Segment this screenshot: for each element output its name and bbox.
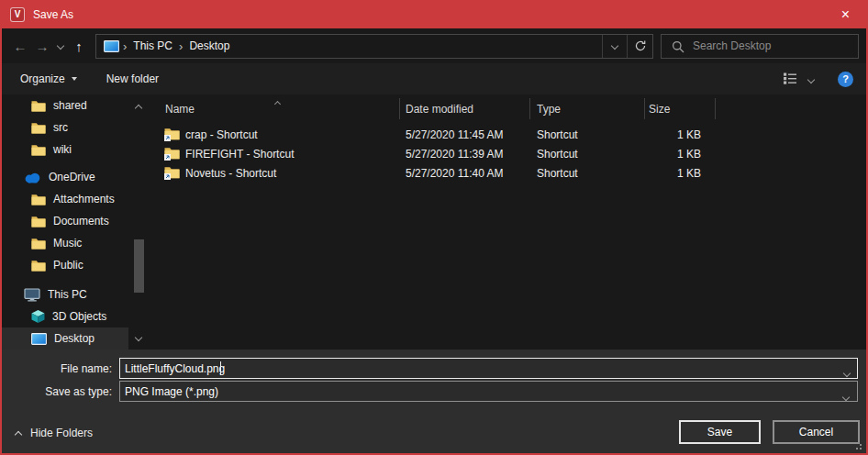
breadcrumb-this-pc[interactable]: This PC xyxy=(128,39,177,52)
sidebar-item-attachments[interactable]: Attachments xyxy=(2,188,128,210)
sidebar-item-label: Documents xyxy=(53,215,109,228)
sidebar-item-onedrive[interactable]: OneDrive xyxy=(2,166,128,188)
sidebar-item-desktop[interactable]: Desktop xyxy=(2,327,128,350)
folder-icon xyxy=(31,260,46,272)
organize-button[interactable]: Organize xyxy=(20,72,77,85)
file-name: FIREFIGHT - Shortcut xyxy=(185,148,294,161)
file-list: Name Date modified Type Size cr xyxy=(147,94,866,350)
vivaldi-logo-icon: V xyxy=(10,7,25,22)
file-name: Novetus - Shortcut xyxy=(185,167,276,180)
navigation-bar: ← → ↑ › This PC › Desktop xyxy=(2,28,866,63)
sidebar-item-wiki[interactable]: wiki xyxy=(2,139,128,161)
navigation-sidebar: shared src wiki OneDrive Attachments xyxy=(2,94,147,350)
folder-icon xyxy=(31,194,46,205)
save-as-type-value: PNG Image (*.png) xyxy=(125,385,218,398)
up-one-level-icon[interactable]: ↑ xyxy=(68,39,90,54)
sort-ascending-icon xyxy=(275,96,280,109)
sidebar-item-label: Attachments xyxy=(53,193,115,205)
sidebar-item-this-pc[interactable]: This PC xyxy=(2,283,128,305)
column-divider[interactable] xyxy=(399,98,400,119)
address-dropdown-chevron-icon[interactable] xyxy=(602,35,627,58)
column-header-row: Name Date modified Type Size xyxy=(147,94,866,122)
filename-dropdown-chevron-icon[interactable] xyxy=(844,366,850,379)
file-name-label: File name: xyxy=(2,362,119,375)
close-icon[interactable]: × xyxy=(825,0,866,28)
content-area: shared src wiki OneDrive Attachments xyxy=(2,94,866,350)
shortcut-arrow-overlay-icon xyxy=(164,150,171,163)
file-date-modified: 5/27/2020 11:45 AM xyxy=(406,128,504,141)
sidebar-item-label: Music xyxy=(53,237,82,250)
file-type: Shortcut xyxy=(537,167,578,180)
file-name-input[interactable] xyxy=(119,358,858,379)
scrollbar-up-icon[interactable] xyxy=(136,101,141,114)
text-caret xyxy=(220,361,221,375)
hide-folders-button[interactable]: Hide Folders xyxy=(16,427,93,439)
refresh-icon[interactable] xyxy=(627,35,652,58)
shortcut-arrow-overlay-icon xyxy=(164,170,171,183)
scrollbar-thumb[interactable] xyxy=(134,239,144,293)
3d-objects-cube-icon xyxy=(31,309,45,324)
sidebar-item-label: OneDrive xyxy=(49,171,95,183)
file-row[interactable]: FIREFIGHT - Shortcut 5/27/2020 11:39 AM … xyxy=(147,144,866,163)
forward-icon[interactable]: → xyxy=(31,39,53,54)
view-details-icon[interactable] xyxy=(783,72,797,87)
column-header-size[interactable]: Size xyxy=(649,103,670,116)
recent-locations-chevron-icon[interactable] xyxy=(53,43,68,49)
folder-icon xyxy=(31,144,46,156)
search-box xyxy=(661,34,859,59)
view-dropdown-chevron-icon[interactable] xyxy=(808,72,814,85)
file-row[interactable]: Novetus - Shortcut 5/27/2020 11:40 AM Sh… xyxy=(147,163,866,183)
file-date-modified: 5/27/2020 11:39 AM xyxy=(406,148,504,161)
dialog-footer: Hide Folders Save Cancel xyxy=(2,412,866,453)
help-icon[interactable]: ? xyxy=(838,72,853,87)
folder-icon xyxy=(31,122,46,134)
save-as-type-label: Save as type: xyxy=(2,385,119,398)
file-row[interactable]: crap - Shortcut 5/27/2020 11:45 AM Short… xyxy=(147,125,866,144)
onedrive-cloud-icon xyxy=(24,172,41,183)
sidebar-item-documents[interactable]: Documents xyxy=(2,210,128,232)
address-bar[interactable]: › This PC › Desktop xyxy=(95,34,653,59)
column-divider[interactable] xyxy=(644,98,645,119)
file-size: 1 KB xyxy=(635,148,701,161)
column-divider[interactable] xyxy=(715,98,716,119)
title-bar: V Save As × xyxy=(2,0,866,28)
save-as-type-select[interactable]: PNG Image (*.png) xyxy=(119,381,858,402)
sidebar-item-src[interactable]: src xyxy=(2,117,128,139)
scrollbar-down-icon[interactable] xyxy=(136,330,141,343)
save-button[interactable]: Save xyxy=(679,420,761,444)
sidebar-item-label: shared xyxy=(53,99,87,112)
sidebar-item-shared[interactable]: shared xyxy=(2,94,128,117)
search-icon xyxy=(672,40,684,56)
sidebar-item-label: wiki xyxy=(53,143,72,156)
search-input[interactable] xyxy=(662,35,858,58)
column-divider[interactable] xyxy=(529,98,530,119)
sidebar-item-label: src xyxy=(53,121,68,134)
column-header-type[interactable]: Type xyxy=(537,103,561,116)
file-size: 1 KB xyxy=(635,128,701,141)
sidebar-item-3d-objects[interactable]: 3D Objects xyxy=(2,305,128,327)
save-as-dialog: V Save As × ← → ↑ › This PC › Desktop xyxy=(0,0,868,455)
shortcut-folder-icon xyxy=(164,130,180,143)
back-icon[interactable]: ← xyxy=(9,39,31,54)
desktop-icon xyxy=(31,333,47,345)
organize-dropdown-triangle-icon xyxy=(72,77,77,81)
folder-icon xyxy=(31,100,46,112)
column-header-name[interactable]: Name xyxy=(165,103,195,116)
resize-grip[interactable] xyxy=(860,448,862,449)
shortcut-folder-icon xyxy=(164,169,180,182)
breadcrumb-desktop[interactable]: Desktop xyxy=(184,39,234,52)
column-header-date-modified[interactable]: Date modified xyxy=(406,103,473,116)
shortcut-folder-icon xyxy=(164,150,180,162)
cancel-button[interactable]: Cancel xyxy=(773,420,860,444)
sidebar-item-label: This PC xyxy=(48,288,87,301)
file-name: crap - Shortcut xyxy=(185,128,258,141)
hide-folders-label: Hide Folders xyxy=(30,427,93,439)
file-name-panel: File name: Save as type: PNG Image (*.pn… xyxy=(2,350,866,412)
folder-icon xyxy=(31,216,46,228)
this-pc-icon xyxy=(24,288,40,302)
file-date-modified: 5/27/2020 11:40 AM xyxy=(406,167,504,180)
sidebar-item-music[interactable]: Music xyxy=(2,232,128,254)
new-folder-button[interactable]: New folder xyxy=(106,72,159,85)
file-type: Shortcut xyxy=(537,128,578,141)
sidebar-item-public[interactable]: Public xyxy=(2,254,128,276)
